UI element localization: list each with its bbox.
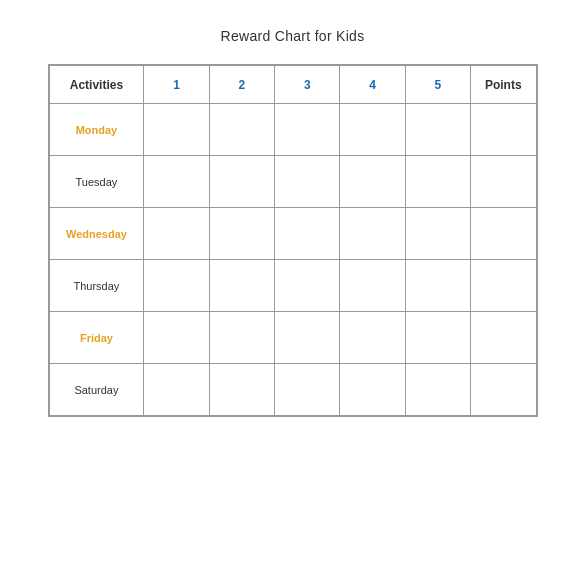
reward-table: Activities 1 2 3 4 5 Points Monday [49,65,537,416]
cell-wednesday-4 [340,208,405,260]
points-header: Points [471,66,536,104]
day-tuesday: Tuesday [49,156,144,208]
cell-monday-4 [340,104,405,156]
cell-tuesday-1 [144,156,209,208]
col-header-3: 3 [275,66,340,104]
table-row: Tuesday [49,156,536,208]
cell-thursday-3 [275,260,340,312]
cell-tuesday-4 [340,156,405,208]
header-row: Activities 1 2 3 4 5 Points [49,66,536,104]
cell-wednesday-2 [209,208,274,260]
cell-friday-3 [275,312,340,364]
cell-thursday-1 [144,260,209,312]
cell-thursday-2 [209,260,274,312]
page-container: Reward Chart for Kids Activities 1 2 3 4… [0,0,585,570]
col-header-5: 5 [405,66,470,104]
cell-tuesday-5 [405,156,470,208]
table-row: Thursday [49,260,536,312]
cell-friday-1 [144,312,209,364]
cell-tuesday-3 [275,156,340,208]
col-header-1: 1 [144,66,209,104]
day-wednesday: Wednesday [49,208,144,260]
cell-friday-2 [209,312,274,364]
col-header-4: 4 [340,66,405,104]
chart-wrapper: Activities 1 2 3 4 5 Points Monday [48,64,538,417]
day-monday: Monday [49,104,144,156]
cell-saturday-2 [209,364,274,416]
table-row: Wednesday [49,208,536,260]
cell-thursday-4 [340,260,405,312]
cell-wednesday-3 [275,208,340,260]
cell-tuesday-points [471,156,536,208]
cell-friday-4 [340,312,405,364]
cell-monday-5 [405,104,470,156]
day-thursday: Thursday [49,260,144,312]
table-row: Monday [49,104,536,156]
cell-thursday-points [471,260,536,312]
table-row: Friday [49,312,536,364]
cell-saturday-3 [275,364,340,416]
cell-wednesday-1 [144,208,209,260]
cell-monday-2 [209,104,274,156]
cell-friday-5 [405,312,470,364]
day-saturday: Saturday [49,364,144,416]
cell-monday-points [471,104,536,156]
cell-saturday-4 [340,364,405,416]
cell-monday-3 [275,104,340,156]
chart-title: Reward Chart for Kids [220,28,364,44]
col-header-2: 2 [209,66,274,104]
cell-tuesday-2 [209,156,274,208]
cell-monday-1 [144,104,209,156]
table-row: Saturday [49,364,536,416]
activities-header: Activities [49,66,144,104]
cell-saturday-1 [144,364,209,416]
cell-saturday-points [471,364,536,416]
cell-wednesday-points [471,208,536,260]
day-friday: Friday [49,312,144,364]
cell-friday-points [471,312,536,364]
cell-thursday-5 [405,260,470,312]
cell-saturday-5 [405,364,470,416]
cell-wednesday-5 [405,208,470,260]
